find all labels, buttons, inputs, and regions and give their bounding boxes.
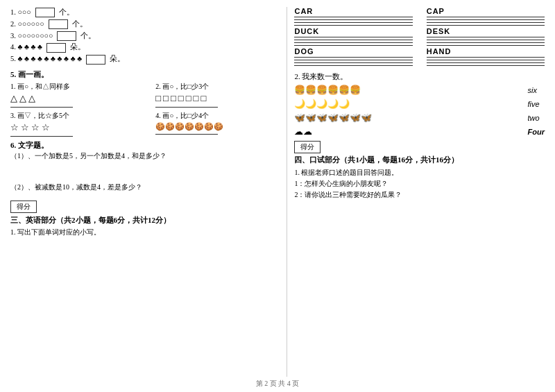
draw-section: 5. 画一画。 1. 画○，和△同样多 △ △ △ 2. 画○，比□少3个	[10, 69, 280, 137]
draw-item-4: 4. 画○，比□少4个 🍪🍪🍪🍪🍪🍪🍪	[155, 111, 280, 137]
word-label-duck: DUCK	[294, 27, 412, 35]
count-row-hamburger: 🍔🍔🍔🍔🍔🍔	[294, 85, 524, 96]
draw-section-title: 5. 画一画。	[10, 69, 280, 80]
english-q1: 1. 写出下面单词对应的小写。	[10, 228, 280, 237]
word-item-dog: DOG	[294, 47, 412, 66]
score-box-right: 得分	[294, 141, 321, 153]
oral-section-header: 四、口试部分（共1小题，每题16分，共计16分）	[294, 155, 545, 165]
oral-sub2: 2：请你说出三种需要吃好的瓜果？	[294, 189, 545, 201]
word-item-desk: DESK	[427, 27, 545, 46]
word-problem-1: （1）、一个加数是5，另一个加数是4，和是多少？	[10, 151, 280, 161]
word-label-desk: DESK	[427, 27, 545, 35]
count-container: 🍔🍔🍔🍔🍔🍔 🌙🌙🌙🌙🌙 🦋🦋🦋🦋🦋🦋🦋 ☁☁	[294, 85, 545, 137]
draw-item-2: 2. 画○，比□少3个 □ □ □ □ □ □ □	[155, 82, 280, 108]
draw-row-1: 1. 画○，和△同样多 △ △ △ 2. 画○，比□少3个 □ □	[10, 82, 280, 108]
draw-row-2: 3. 画▽，比☆多5个 ☆ ☆ ☆ ☆ 4. 画○，比□少4个 🍪🍪🍪🍪🍪🍪	[10, 111, 280, 137]
count-row-butterfly: 🦋🦋🦋🦋🦋🦋🦋	[294, 112, 524, 123]
count-label-four: Four	[528, 128, 545, 136]
count-item-4: 4. ♣ ♣ ♣ ♣ 朵。	[10, 42, 280, 53]
right-panel: CAR CAP	[287, 7, 545, 377]
draw-item-1: 1. 画○，和△同样多 △ △ △	[10, 82, 135, 108]
word-grid: CAR CAP	[294, 7, 545, 66]
count-label-two: two	[528, 114, 545, 122]
count-row-moon: 🌙🌙🌙🌙🌙	[294, 99, 524, 110]
counting-section: 1. ○○○ 个。 2. ○○○○○○ 个。 3. ○○○○○○○○ 个。 4.…	[10, 7, 280, 65]
count-section: 2. 我来数一数。 🍔🍔🍔🍔🍔🍔 🌙🌙🌙🌙🌙	[294, 71, 545, 137]
english-section: 得分 三、英语部分（共2小题，每题6分，共计12分） 1. 写出下面单词对应的小…	[10, 201, 280, 237]
count-item-1: 1. ○○○ 个。	[10, 7, 280, 19]
count-images-area: 🍔🍔🍔🍔🍔🍔 🌙🌙🌙🌙🌙 🦋🦋🦋🦋🦋🦋🦋 ☁☁	[294, 85, 524, 137]
english-section-header: 三、英语部分（共2小题，每题6分，共计12分）	[10, 215, 280, 225]
count-label-six: six	[528, 86, 545, 94]
word-problem-title: 6. 文字题。	[10, 140, 280, 151]
answer-blank-1[interactable]	[35, 8, 55, 17]
count-item-5: 5. ♣ ♣ ♣ ♣ ♣ ♣ ♣ ♣ ♣ ♣ 朵。	[10, 53, 280, 65]
word-label-hand: HAND	[427, 47, 545, 56]
word-item-duck: DUCK	[294, 27, 412, 46]
word-problem-2: （2）、被减数是10，减数是4，差是多少？	[10, 182, 280, 192]
page-number: 第 2 页 共 4 页	[10, 379, 545, 389]
oral-q1: 1. 根据老师口述的题目回答问题。	[294, 167, 545, 178]
count-item-2: 2. ○○○○○○ 个。	[10, 19, 280, 31]
answer-blank-3[interactable]	[57, 31, 76, 41]
word-item-hand: HAND	[427, 47, 545, 66]
count-row-cloud: ☁☁	[294, 126, 524, 137]
oral-sub1: 1：怎样关心生病的小朋友呢？	[294, 178, 545, 189]
draw-item-3: 3. 画▽，比☆多5个 ☆ ☆ ☆ ☆	[10, 111, 135, 137]
oral-section: 得分 四、口试部分（共1小题，每题16分，共计16分） 1. 根据老师口述的题目…	[294, 141, 545, 201]
word-label-dog: DOG	[294, 47, 412, 56]
word-label-cap: CAP	[427, 7, 545, 15]
word-item-car: CAR	[294, 7, 412, 26]
count-label-five: five	[528, 100, 545, 108]
count-item-3: 3. ○○○○○○○○ 个。	[10, 31, 280, 42]
answer-blank-4[interactable]	[46, 43, 66, 53]
word-label-car: CAR	[294, 7, 412, 15]
score-box-left: 得分	[10, 201, 37, 213]
word-item-cap: CAP	[427, 7, 545, 26]
left-panel: 1. ○○○ 个。 2. ○○○○○○ 个。 3. ○○○○○○○○ 个。 4.…	[10, 7, 287, 377]
count-labels-area: six five two Four	[528, 85, 545, 137]
answer-blank-2[interactable]	[49, 19, 68, 29]
count-section-title: 2. 我来数一数。	[294, 71, 545, 82]
word-problem-section: 6. 文字题。 （1）、一个加数是5，另一个加数是4，和是多少？ （2）、被减数…	[10, 140, 280, 192]
answer-blank-5[interactable]	[86, 55, 105, 65]
